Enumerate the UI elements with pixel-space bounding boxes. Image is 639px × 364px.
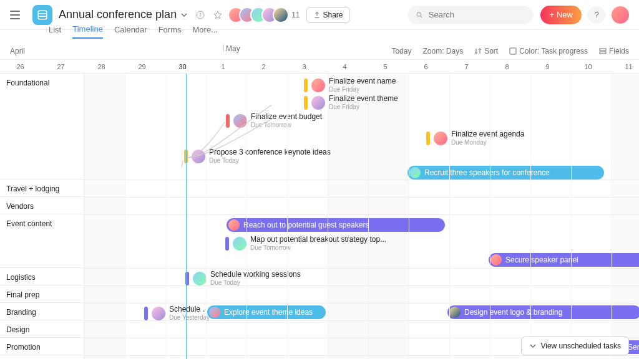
tab-calendar[interactable]: Calendar — [114, 25, 147, 38]
svg-rect-0 — [38, 11, 47, 19]
date-cell[interactable]: 11 — [608, 63, 639, 70]
section-labels: Foundational Travel + lodging Vendors Ev… — [0, 74, 84, 359]
section-foundational[interactable]: Foundational — [0, 74, 84, 180]
date-cell[interactable]: 3 — [284, 63, 324, 70]
user-avatar[interactable] — [612, 6, 629, 24]
today-button[interactable]: Today — [391, 47, 411, 55]
share-label: Share — [323, 11, 343, 19]
task-recruit-speakers[interactable]: Recruit three speakers for conference — [407, 166, 604, 180]
timeline-canvas[interactable]: Finalize event nameDue Friday Finalize e… — [84, 74, 639, 359]
chevron-down-icon[interactable] — [180, 11, 188, 19]
svg-line-7 — [421, 16, 422, 17]
section-vendors[interactable]: Vendors — [0, 197, 84, 214]
avatar — [273, 7, 289, 23]
task-finalize-name[interactable]: Finalize event nameDue Friday — [304, 77, 396, 93]
date-cell[interactable]: 28 — [81, 63, 122, 70]
avatar — [490, 254, 502, 266]
avatar — [311, 96, 325, 110]
member-count: 11 — [291, 11, 300, 19]
task-secure-panel[interactable]: Secure speaker panel — [489, 253, 639, 267]
date-cell[interactable]: 2 — [243, 63, 284, 70]
task-reach-out[interactable]: Reach out to potential guest speakers — [227, 218, 445, 232]
date-cell[interactable]: 8 — [487, 63, 527, 70]
month-label-left: April — [10, 47, 25, 55]
avatar — [192, 150, 205, 163]
avatar — [409, 167, 421, 178]
svg-point-5 — [200, 13, 201, 14]
avatar — [233, 237, 246, 251]
member-avatars[interactable] — [233, 7, 289, 23]
date-cell[interactable]: 7 — [446, 63, 487, 70]
weekend-shade — [84, 74, 125, 359]
svg-point-6 — [417, 12, 421, 16]
task-schedule-sessions[interactable]: Schedule working sessionsDue Today — [185, 271, 301, 286]
tabs: List Timeline Calendar Forms More... — [0, 22, 639, 40]
new-button[interactable]: +New — [540, 6, 582, 24]
section-logistics[interactable]: Logistics — [0, 268, 84, 285]
search-box[interactable] — [408, 6, 533, 24]
section-final-prep[interactable]: Final prep — [0, 285, 84, 303]
date-header: 26272829301234567891011 — [0, 60, 639, 74]
date-cell[interactable]: 4 — [324, 63, 365, 70]
tab-list[interactable]: List — [49, 25, 61, 38]
section-travel[interactable]: Travel + lodging — [0, 180, 84, 197]
project-icon[interactable] — [32, 5, 52, 25]
section-event-content[interactable]: Event content — [0, 214, 84, 268]
task-map-out[interactable]: Map out potential breakout strategy top.… — [225, 236, 386, 251]
avatar — [193, 272, 207, 285]
today-marker — [186, 74, 187, 359]
tab-timeline[interactable]: Timeline — [72, 24, 103, 39]
date-cell[interactable]: 29 — [122, 63, 162, 70]
timeline-grid: Foundational Travel + lodging Vendors Ev… — [0, 74, 639, 359]
sort-button[interactable]: Sort — [474, 47, 498, 55]
section-promotion[interactable]: Promotion — [0, 338, 84, 355]
date-cell[interactable]: 1 — [203, 63, 243, 70]
avatar — [434, 132, 447, 145]
avatar — [209, 307, 220, 318]
avatar — [233, 114, 247, 128]
search-icon — [416, 11, 423, 19]
task-explore-theme[interactable]: Explore event theme ideas — [207, 305, 326, 319]
color-button[interactable]: Color: Task progress — [509, 47, 588, 55]
menu-icon[interactable] — [10, 7, 25, 22]
svg-rect-9 — [600, 49, 606, 50]
timeline-toolbar: April Today Zoom: Days Sort Color: Task … — [0, 42, 639, 60]
date-cell[interactable]: 9 — [527, 63, 568, 70]
task-finalize-theme[interactable]: Finalize event themeDue Friday — [304, 95, 398, 110]
section-branding[interactable]: Branding — [0, 303, 84, 320]
svg-rect-8 — [510, 48, 516, 54]
avatar — [228, 219, 240, 231]
help-button[interactable]: ? — [588, 6, 605, 24]
date-cell[interactable]: 6 — [406, 63, 446, 70]
info-icon[interactable] — [194, 9, 207, 21]
avatar — [311, 79, 325, 92]
star-icon[interactable] — [212, 9, 224, 21]
date-cell[interactable]: 26 — [0, 63, 41, 70]
date-cell[interactable]: 30 — [162, 63, 203, 70]
date-cell[interactable]: 5 — [365, 63, 406, 70]
tab-more[interactable]: More... — [193, 25, 218, 38]
section-design[interactable]: Design — [0, 320, 84, 338]
avatar — [449, 307, 461, 318]
date-cell[interactable]: 10 — [568, 63, 608, 70]
share-button[interactable]: Share — [306, 7, 350, 23]
month-label-right: May — [226, 44, 240, 53]
tab-forms[interactable]: Forms — [159, 25, 182, 38]
svg-rect-10 — [600, 52, 606, 54]
date-cell[interactable]: 27 — [41, 63, 81, 70]
zoom-button[interactable]: Zoom: Days — [422, 47, 463, 55]
task-finalize-agenda[interactable]: Finalize event agendaDue Monday — [426, 130, 524, 146]
unscheduled-button[interactable]: View unscheduled tasks — [521, 337, 629, 355]
avatar — [152, 307, 165, 320]
task-finalize-budget[interactable]: Finalize event budgetDue Tomorrow — [226, 113, 322, 128]
month-divider — [223, 44, 224, 52]
project-title[interactable]: Annual conference plan — [59, 8, 177, 21]
fields-button[interactable]: Fields — [599, 47, 629, 55]
task-schedule-event[interactable]: Schedule event ...Due Yesterday — [144, 305, 213, 321]
search-input[interactable] — [429, 10, 526, 19]
task-design-logo[interactable]: Design event logo & branding — [447, 305, 639, 319]
